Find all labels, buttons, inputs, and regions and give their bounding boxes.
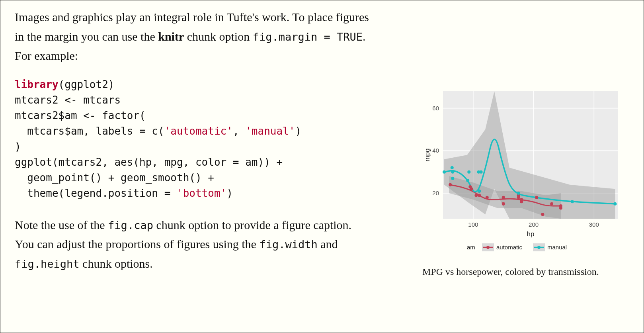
svg-text:200: 200	[529, 221, 539, 228]
inline-code-figcap: fig.cap	[108, 219, 153, 231]
svg-text:20: 20	[432, 190, 439, 196]
code-block: library(ggplot2) mtcars2 <- mtcars mtcar…	[15, 77, 373, 201]
svg-text:automatic: automatic	[496, 244, 523, 251]
svg-point-24	[470, 187, 473, 190]
code-text: )	[295, 125, 301, 137]
svg-point-18	[541, 213, 544, 216]
margin-figure: 100200300204060hpmpgamautomaticmanual MP…	[422, 87, 621, 279]
inline-code-figwidth: fig.width	[259, 238, 317, 251]
code-line: )	[15, 141, 21, 153]
inline-code-figheight: fig.height	[15, 258, 80, 270]
intro-paragraph: Images and graphics play an integral rol…	[15, 8, 373, 66]
svg-point-22	[449, 183, 452, 186]
svg-point-17	[535, 196, 538, 199]
svg-point-31	[467, 170, 470, 174]
svg-text:100: 100	[468, 221, 478, 228]
followup-paragraph: Note the use of the fig.cap chunk option…	[15, 215, 373, 274]
svg-point-12	[502, 196, 505, 199]
code-text: theme(legend.position =	[15, 187, 177, 199]
svg-point-10	[486, 196, 489, 199]
figure-caption: MPG vs horsepower, colored by transmissi…	[422, 265, 621, 279]
mpg-hp-chart: 100200300204060hpmpgamautomaticmanual	[422, 87, 621, 255]
text: chunk options.	[80, 257, 153, 270]
svg-point-25	[502, 202, 505, 206]
svg-point-27	[451, 166, 454, 169]
svg-text:am: am	[467, 244, 475, 251]
text: Note the use of the	[15, 218, 108, 231]
code-text: (ggplot2)	[59, 78, 115, 90]
svg-text:manual: manual	[547, 244, 567, 251]
svg-point-37	[613, 202, 617, 206]
svg-text:60: 60	[432, 105, 439, 112]
code-string: 'bottom'	[177, 187, 226, 199]
code-line: ggplot(mtcars2, aes(hp, mpg, color = am)…	[15, 156, 283, 168]
svg-point-53	[537, 246, 541, 249]
text: and	[318, 237, 338, 251]
svg-point-29	[451, 177, 454, 180]
svg-point-26	[443, 170, 446, 174]
tufte-page: Images and graphics play an integral rol…	[0, 0, 644, 333]
code-text: )	[226, 187, 233, 199]
margin-column: 100200300204060hpmpgamautomaticmanual MP…	[422, 8, 629, 279]
svg-point-14	[517, 196, 520, 199]
svg-point-36	[571, 200, 574, 203]
inline-code-figmargin: fig.margin = TRUE	[253, 31, 363, 43]
code-line: geom_point() + geom_smooth() +	[15, 172, 214, 184]
svg-text:mpg: mpg	[423, 148, 431, 161]
svg-point-19	[550, 202, 553, 206]
svg-point-9	[478, 194, 481, 197]
svg-text:40: 40	[432, 147, 439, 154]
svg-point-49	[486, 246, 490, 249]
code-line: mtcars2 <- mtcars	[15, 94, 121, 106]
svg-point-7	[474, 194, 478, 197]
svg-point-33	[478, 190, 481, 193]
code-text: ,	[233, 125, 245, 137]
code-line: mtcars2$am <- factor(	[15, 110, 146, 121]
code-string: 'automatic'	[164, 125, 233, 137]
svg-text:300: 300	[589, 221, 599, 228]
svg-point-28	[451, 170, 454, 174]
svg-point-35	[517, 192, 520, 195]
main-column: Images and graphics play an integral rol…	[15, 8, 373, 285]
text: chunk option	[184, 30, 253, 43]
svg-text:hp: hp	[527, 230, 535, 238]
code-text: mtcars$am, labels = c(	[15, 125, 164, 137]
svg-point-16	[520, 200, 523, 203]
svg-point-30	[466, 179, 469, 182]
knitr-strong: knitr	[158, 30, 184, 43]
code-string: 'manual'	[245, 125, 295, 137]
code-keyword: library	[15, 78, 59, 90]
svg-point-21	[559, 204, 562, 208]
svg-point-34	[480, 170, 483, 174]
